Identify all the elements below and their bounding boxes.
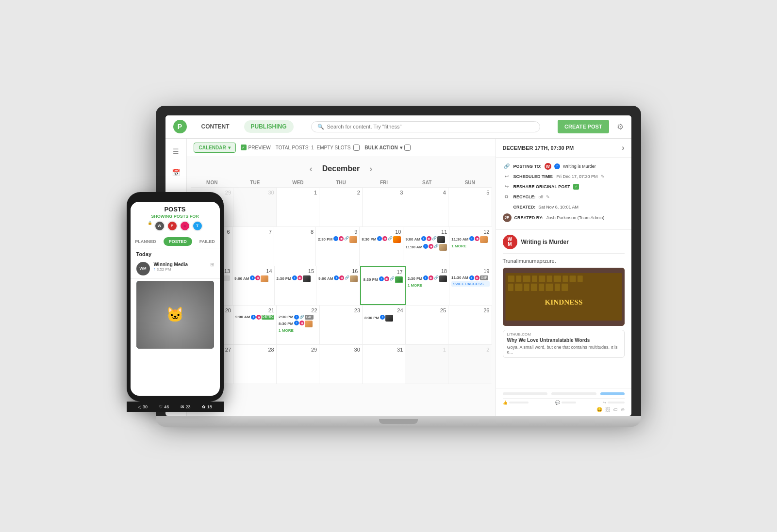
more-link-dec12[interactable]: 1 MORE [451, 244, 489, 248]
meta-row-created-by: JP CREATED BY: Josh Parkinson (Team Admi… [503, 213, 625, 222]
laptop-notch [379, 419, 418, 424]
share-bar [608, 402, 625, 403]
svg-rect-7 [546, 275, 552, 282]
panel-next-arrow[interactable]: › [622, 144, 624, 152]
event-dec9-1[interactable]: 2:30 PM f ◉ 🔗 [318, 236, 357, 243]
cal-cell-dec10[interactable]: 10 8:30 PM f ◉ 🔗 [360, 227, 403, 266]
cal-cell-dec9[interactable]: 9 2:30 PM f ◉ 🔗 [316, 227, 360, 266]
phone-tab-posted[interactable]: POSTED [164, 237, 192, 246]
event-dec11-1[interactable]: 9:00 AM f ◉ 🔗 [405, 236, 447, 243]
event-dec22-1[interactable]: 2:30 PM f 🔗 GIF [279, 315, 317, 320]
cal-cell-dec31[interactable]: 31 [363, 345, 406, 384]
cal-cell-dec22[interactable]: 22 2:30 PM f 🔗 GIF [277, 306, 319, 344]
next-month-arrow[interactable]: › [369, 164, 372, 174]
cal-cell-jan1[interactable]: 1 [405, 345, 448, 384]
bulk-action-checkbox[interactable] [404, 145, 411, 151]
nav-tab-content[interactable]: CONTENT [195, 120, 236, 133]
cal-cell-dec29[interactable]: 29 [277, 345, 320, 384]
bulk-action-button[interactable]: BULK ACTION ▾ [364, 145, 411, 151]
ig-icon: ◉ [429, 275, 433, 280]
cal-cell-dec3[interactable]: 3 [363, 188, 406, 226]
event-dec19-1[interactable]: 11:30 AM f ◉ GIF [451, 275, 490, 280]
post-body-text: Trunalimunumaprzure. [503, 258, 625, 264]
cal-cell-dec5[interactable]: 5 [448, 188, 492, 226]
edit-recycle-icon[interactable]: ✎ [546, 194, 550, 199]
cal-cell-dec11[interactable]: 11 9:00 AM f ◉ 🔗 [403, 227, 449, 266]
bulk-action-chevron: ▾ [400, 145, 402, 150]
more-link-dec22[interactable]: 1 MORE [279, 328, 317, 333]
fb-icon: f [333, 236, 338, 241]
edit-time-icon[interactable]: ✎ [601, 174, 605, 179]
post-actions: 👍 💬 ↪ [496, 388, 631, 416]
cal-cell-dec16[interactable]: 16 9:00 AM f ◉ 🔗 [316, 266, 360, 305]
cal-cell-dec1[interactable]: 1 [277, 188, 320, 226]
event-dec10-1[interactable]: 8:30 PM f ◉ 🔗 [362, 236, 401, 243]
cal-cell-dec18[interactable]: 18 2:30 PM f ◉ 🔗 [406, 266, 449, 305]
cal-cell-nov30[interactable]: 30 [233, 188, 277, 226]
reshare-checkbox[interactable]: ✓ [573, 184, 579, 190]
event-dec22-2[interactable]: 8:30 PM f ◉ [279, 321, 317, 327]
cal-cell-dec30[interactable]: 30 [319, 345, 363, 384]
account-avatar-4[interactable]: T [192, 221, 203, 231]
fb-icon: f [469, 275, 474, 280]
more-link-dec18[interactable]: 1 MORE [408, 283, 447, 288]
cal-cell-dec7[interactable]: 7 [232, 227, 274, 266]
cal-cell-dec23[interactable]: 23 [320, 306, 363, 344]
event-dec16-1[interactable]: 9:00 AM f ◉ 🔗 [318, 275, 358, 282]
cal-cell-dec14[interactable]: 14 9:00 AM f ◉ [232, 266, 275, 305]
cal-cell-jan2[interactable]: 2 [448, 345, 492, 384]
event-dec24-1[interactable]: 8:30 PM f [364, 315, 403, 322]
cal-cell-dec28[interactable]: 28 [233, 345, 277, 384]
account-avatar-2[interactable]: P [167, 221, 178, 231]
misc-stat-icon: ✿ [202, 404, 206, 409]
event-dec21-1[interactable]: 9:00 AM f ◉ DETEC [235, 315, 274, 320]
preview-toggle[interactable]: ✓ PREVIEW [241, 145, 271, 150]
cal-cell-dec12[interactable]: 12 11:30 AM f ◉ [449, 227, 491, 266]
fb-icon: f [250, 275, 255, 280]
search-input[interactable] [327, 124, 534, 129]
empty-slots-checkbox[interactable] [353, 145, 360, 151]
cal-cell-dec24[interactable]: 24 8:30 PM f [363, 306, 405, 344]
dropdown-chevron: ▾ [228, 145, 231, 150]
event-dec12-1[interactable]: 11:30 AM f ◉ [451, 236, 489, 243]
svg-rect-16 [539, 283, 544, 290]
calendar-area: CALENDAR ▾ ✓ PREVIEW TOTAL POSTS: 1 EMPT… [187, 139, 496, 416]
cal-cell-dec17[interactable]: 17 8:30 PM f ◉ 🔗 [360, 266, 405, 305]
sidebar-calendar-icon[interactable]: 📅 [169, 166, 182, 179]
cal-cell-dec26[interactable]: 26 [448, 306, 491, 344]
sidebar-menu-icon[interactable]: ☰ [169, 145, 182, 158]
settings-icon[interactable]: ⚙ [617, 122, 624, 131]
fb-icon: f [469, 236, 474, 241]
posting-to-avatar: W [545, 163, 551, 170]
event-dec14-1[interactable]: 9:00 AM f ◉ [234, 275, 272, 282]
nav-tab-publishing[interactable]: PUBLISHING [244, 120, 294, 133]
cal-cell-dec21[interactable]: 21 9:00 AM f ◉ DETEC [233, 306, 277, 344]
event-dec18-1[interactable]: 2:30 PM f ◉ 🔗 [408, 275, 447, 282]
account-avatar-3[interactable]: ◉ [180, 221, 190, 231]
cal-cell-dec8[interactable]: 8 [274, 227, 316, 266]
event-dec15-1[interactable]: 2:30 PM f ◉ [277, 275, 314, 282]
svg-rect-12 [508, 283, 513, 290]
account-avatar-1[interactable]: W [154, 221, 165, 231]
event-dec17-1[interactable]: 8:30 PM f ◉ 🔗 [363, 276, 402, 283]
comment-action[interactable]: 💬 [555, 401, 576, 405]
cal-cell-dec19[interactable]: 19 11:30 AM f ◉ GIF [449, 266, 492, 305]
emoji-1: 😊 [596, 407, 602, 412]
phone-tab-planned[interactable]: PLANNED [131, 237, 162, 246]
cal-cell-dec25[interactable]: 25 [406, 306, 448, 344]
scene: P CONTENT PUBLISHING 🔍 CREATE POST ⚙ [156, 96, 622, 436]
fb-icon: f [421, 236, 426, 241]
emoji-bar: 😊 🖼 🏷 ⊕ [503, 407, 625, 412]
phone-tab-failed[interactable]: FAILED [194, 237, 220, 246]
share-action[interactable]: ↪ [603, 401, 625, 405]
calendar-button[interactable]: CALENDAR ▾ [194, 143, 236, 153]
like-action[interactable]: 👍 [503, 401, 529, 405]
phone-post-menu[interactable]: ⊞ [210, 262, 214, 267]
create-post-button[interactable]: CREATE POST [558, 120, 609, 133]
event-dec11-2[interactable]: 11:30 AM f ◉ 🔗 [405, 244, 447, 251]
clock-icon: ↩ [503, 173, 511, 180]
cal-cell-dec4[interactable]: 4 [405, 188, 448, 226]
cal-cell-dec2[interactable]: 2 [319, 188, 363, 226]
prev-month-arrow[interactable]: ‹ [310, 164, 313, 174]
cal-cell-dec15[interactable]: 15 2:30 PM f ◉ [275, 266, 317, 305]
